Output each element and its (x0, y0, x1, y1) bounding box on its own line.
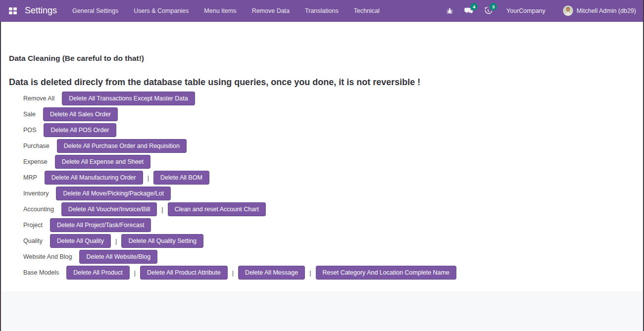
row-label-inventory: Inventory (23, 190, 49, 197)
apps-menu-button[interactable] (8, 6, 18, 15)
messages-badge: 4 (470, 3, 478, 10)
top-navbar: Settings General SettingsUsers & Compani… (0, 0, 643, 22)
row-label-pos: POS (23, 127, 36, 134)
bug-icon (446, 7, 453, 15)
action-row-pos: POSDelete All POS Order (23, 123, 635, 137)
menu-item-translations[interactable]: Translations (305, 7, 339, 14)
warning-text: Data is deleted direcly from the databas… (9, 77, 635, 88)
delete-all-move-picking-package-lot-button[interactable]: Delete All Move/Picking/Package/Lot (56, 187, 171, 200)
delete-all-purchase-order-and-requisition-button[interactable]: Delete All Purchase Order and Requisitio… (57, 139, 187, 153)
app-brand-settings[interactable]: Settings (25, 5, 57, 16)
delete-all-quality-setting-button[interactable]: Delete All Quality Setting (121, 234, 203, 248)
messages-button[interactable]: 4 (463, 5, 474, 17)
action-row-purchase: PurchaseDelete All Purchase Order and Re… (23, 139, 635, 153)
action-row-accounting: AccountingDelete All Voucher/Invoice/Bil… (23, 202, 635, 216)
navbar-left: Settings General SettingsUsers & Compani… (8, 5, 380, 16)
delete-all-website-blog-button[interactable]: Delete All Website/Blog (79, 250, 157, 264)
delete-all-pos-order-button[interactable]: Delete All POS Order (44, 123, 116, 137)
menu-item-users-companies[interactable]: Users & Companies (134, 7, 189, 14)
row-label-quality: Quality (23, 237, 43, 244)
activities-button[interactable]: 3 (483, 5, 494, 17)
user-name: Mitchell Admin (db29) (577, 7, 636, 14)
delete-all-bom-button[interactable]: Delete All BOM (153, 171, 209, 185)
clean-and-reset-account-chart-button[interactable]: Clean and reset Account Chart (168, 202, 266, 216)
button-separator: | (148, 174, 149, 182)
action-row-remove-all: Remove AllDelete All Transactions Except… (23, 92, 635, 105)
delete-all-product-button[interactable]: Delete All Product (66, 266, 129, 280)
action-row-expense: ExpenseDelete All Expense and Sheet (23, 155, 635, 169)
row-label-mrp: MRP (23, 174, 37, 181)
row-label-expense: Expense (23, 158, 48, 165)
delete-all-voucher-invoice-bill-button[interactable]: Delete All Voucher/Invoice/Bill (61, 202, 157, 216)
actions-list: Remove AllDelete All Transactions Except… (9, 92, 635, 280)
delete-all-project-task-forecast-button[interactable]: Delete All Project/Task/Forecast (50, 218, 151, 232)
button-separator: | (232, 269, 234, 277)
main-content: Data Cleaning (Be careful to do that!) D… (1, 22, 643, 291)
delete-all-transactions-except-master-data-button[interactable]: Delete All Transactions Except Master Da… (62, 92, 195, 105)
menu-item-remove-data[interactable]: Remove Data (252, 7, 290, 14)
footer-area (1, 291, 643, 331)
menu-item-menu-items[interactable]: Menu Items (204, 7, 236, 14)
activities-badge: 3 (490, 3, 497, 10)
row-label-remove-all: Remove All (23, 95, 54, 102)
delete-all-sales-order-button[interactable]: Delete All Sales Order (43, 107, 118, 121)
debug-bug-icon[interactable] (444, 5, 455, 17)
action-row-project: ProjectDelete All Project/Task/Forecast (23, 218, 635, 232)
delete-all-expense-and-sheet-button[interactable]: Delete All Expense and Sheet (55, 155, 150, 169)
row-label-purchase: Purchase (23, 142, 50, 149)
menu-item-general-settings[interactable]: General Settings (72, 7, 118, 14)
row-label-project: Project (23, 222, 43, 229)
row-label-base-models: Base Models (23, 269, 59, 276)
row-label-sale: Sale (23, 111, 36, 118)
delete-all-quality-button[interactable]: Delete All Quality (50, 234, 111, 248)
button-separator: | (309, 269, 311, 277)
top-menu: General SettingsUsers & CompaniesMenu It… (72, 7, 380, 14)
action-row-website-and-blog: Website And BlogDelete All Website/Blog (23, 250, 635, 264)
action-row-base-models: Base ModelsDelete All Product|Delete All… (23, 266, 635, 280)
action-row-quality: QualityDelete All Quality|Delete All Qua… (23, 234, 635, 248)
app-window: Settings General SettingsUsers & Compani… (0, 0, 644, 331)
action-row-sale: SaleDelete All Sales Order (23, 107, 635, 121)
page-body: Data Cleaning (Be careful to do that!) D… (0, 22, 643, 331)
reset-category-and-location-complete-name-button[interactable]: Reset Category And Location Complete Nam… (316, 266, 456, 280)
row-label-website-and-blog: Website And Blog (23, 253, 72, 260)
navbar-right: 4 3 YourCompany (436, 5, 636, 17)
button-separator: | (115, 237, 117, 245)
apps-grid-icon (9, 7, 17, 14)
user-avatar (563, 5, 573, 16)
user-menu[interactable]: Mitchell Admin (db29) (563, 5, 636, 16)
action-row-inventory: InventoryDelete All Move/Picking/Package… (23, 187, 635, 200)
delete-all-manufacturing-order-button[interactable]: Delete All Manufacturing Order (45, 171, 143, 185)
row-label-accounting: Accounting (23, 206, 54, 213)
button-separator: | (134, 269, 136, 277)
page-title: Data Cleaning (Be careful to do that!) (9, 53, 635, 63)
button-separator: | (161, 206, 163, 213)
action-row-mrp: MRPDelete All Manufacturing Order|Delete… (23, 171, 635, 185)
company-switcher[interactable]: YourCompany (506, 7, 545, 14)
delete-all-message-button[interactable]: Delete All Message (238, 266, 305, 280)
menu-item-technical[interactable]: Technical (354, 7, 380, 14)
delete-all-product-attribute-button[interactable]: Delete All Product Attribute (140, 266, 228, 280)
